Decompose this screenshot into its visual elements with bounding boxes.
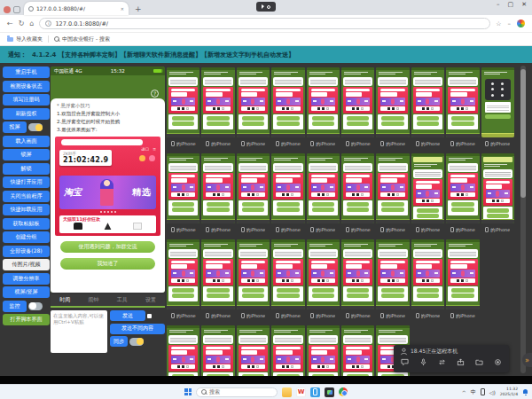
device-cell[interactable]: 的iPhone [411, 153, 444, 239]
sync-button[interactable]: 同步 [110, 336, 128, 347]
overflow-icon[interactable]: – [508, 20, 512, 27]
device-screen[interactable] [446, 239, 479, 309]
send-text-input[interactable] [51, 310, 107, 353]
device-screen[interactable] [237, 67, 270, 137]
sidebar-button-check-device-status[interactable]: 检测设备状态 [3, 81, 50, 92]
bookmark-import-favorites[interactable]: 导入收藏夹 [7, 35, 43, 43]
sidebar-button-screen-cast[interactable]: 投屏 [3, 121, 27, 133]
preview-tab-时间[interactable]: 时间 [59, 296, 70, 304]
sidebar-button-close-current-app[interactable]: 关闭当前程序 [3, 191, 50, 202]
device-cell[interactable]: 的iPhone [307, 153, 340, 239]
device-cell[interactable]: 的iPhone [446, 67, 479, 153]
device-cell[interactable]: 的iPhone [376, 239, 409, 325]
sidebar-button-restart-phone[interactable]: 重启手机 [3, 66, 50, 78]
preview-phone[interactable]: 中国联通 4G 15:32 ? * 悬浮窗小技巧 1.双指捏合悬浮窗能控制大小 … [51, 66, 165, 293]
device-cell[interactable]: 的iPhone [411, 67, 444, 153]
file-explorer-icon[interactable] [282, 387, 292, 397]
device-cell[interactable]: 的iPhone [341, 67, 374, 153]
device-cell[interactable]: 的iPhone [341, 325, 374, 376]
device-cell[interactable]: 的iPhone [237, 239, 270, 325]
sidebar-button-monitor[interactable]: 监控 [3, 301, 27, 312]
device-screen[interactable] [237, 153, 270, 223]
device-screen[interactable] [307, 67, 340, 137]
site-info-icon[interactable]: i [45, 20, 51, 27]
switch-screen-icon[interactable] [438, 358, 446, 366]
device-screen[interactable] [237, 239, 270, 309]
chat-icon[interactable] [401, 358, 409, 366]
window-close-button[interactable]: ✕ [521, 1, 527, 8]
device-cell[interactable]: 的iPhone [201, 325, 234, 376]
device-screen[interactable] [167, 239, 200, 309]
device-screen[interactable] [376, 153, 409, 223]
remote-indicator-pill[interactable] [256, 2, 276, 12]
device-cell[interactable]: 的iPhone [201, 67, 234, 153]
sidebar-button-create-group[interactable]: 创建分组 [3, 231, 50, 243]
grid-scrollbar-thumb[interactable] [520, 69, 526, 198]
home-icon[interactable]: ⌂ [29, 20, 34, 27]
upload-icon[interactable] [457, 358, 465, 366]
grid-scrollbar[interactable] [520, 66, 526, 373]
device-cell[interactable]: 的iPhone [201, 239, 234, 325]
device-cell[interactable]: 的iPhone [167, 67, 200, 153]
device-cell[interactable]: 的iPhone [307, 67, 340, 153]
device-screen[interactable] [201, 153, 234, 223]
device-screen[interactable] [307, 325, 340, 376]
device-cell[interactable]: 的iPhone [271, 153, 304, 239]
sidebar-button-open-script-panel[interactable]: 打开脚本界面 [3, 314, 50, 325]
preview-tab-设置[interactable]: 设置 [145, 296, 156, 304]
device-cell[interactable]: 的iPhone [481, 67, 514, 153]
refresh-icon[interactable]: ↻ [19, 20, 25, 27]
device-cell[interactable]: 的iPhone [271, 239, 304, 325]
favorite-star-icon[interactable]: ☆ [496, 20, 501, 27]
phone-link-icon[interactable] [310, 387, 320, 397]
device-screen[interactable] [376, 67, 409, 137]
sidebar-button-load-frames[interactable]: 载入画面 [3, 136, 50, 147]
sidebar-button-rotate-screen[interactable]: 横屏/竖屏 [3, 286, 50, 298]
device-cell[interactable]: 的iPhone [237, 325, 270, 376]
start-button[interactable] [184, 388, 192, 395]
window-maximize-button[interactable]: ▢ [508, 1, 514, 8]
device-screen[interactable] [481, 67, 514, 137]
tray-chevron-up-icon[interactable]: ^ [462, 389, 466, 395]
device-cell[interactable]: 的iPhone [167, 239, 200, 325]
toolbar-collapse-button[interactable]: » [522, 353, 532, 367]
address-bar[interactable]: i 127.0.0.1:8080/#/ [39, 18, 490, 29]
sidebar-button-send-media[interactable]: 传图片/视频 [3, 259, 50, 270]
device-screen[interactable] [271, 239, 304, 309]
device-cell[interactable]: 的iPhone [341, 239, 374, 325]
sidebar-button-all-devices[interactable]: 全部设备(28) [3, 246, 50, 257]
sidebar-button-lock-screen[interactable]: 锁屏 [3, 149, 50, 160]
device-screen[interactable] [446, 153, 479, 223]
device-screen[interactable] [411, 239, 444, 309]
preview-tab-闹钟[interactable]: 闹钟 [88, 296, 98, 304]
back-icon[interactable]: ← [7, 20, 13, 27]
sync-toggle[interactable] [129, 338, 144, 346]
device-screen[interactable] [271, 325, 304, 376]
device-screen[interactable] [411, 67, 444, 137]
device-screen[interactable] [341, 153, 374, 223]
tray-clock[interactable]: 11:32 2025/1/4 [500, 387, 518, 397]
device-screen[interactable] [271, 67, 304, 137]
device-screen[interactable] [446, 67, 479, 137]
device-screen[interactable] [307, 239, 340, 309]
chrome-icon[interactable] [339, 387, 348, 396]
new-tab-button[interactable]: + [135, 4, 142, 13]
device-screen[interactable] [201, 325, 234, 376]
device-screen[interactable] [481, 153, 514, 223]
taskbar-search[interactable]: 搜索 [196, 387, 278, 397]
window-minimize-button[interactable]: – [497, 1, 500, 8]
screen-cast-toggle[interactable] [28, 123, 43, 131]
device-screen[interactable] [167, 153, 200, 223]
help-icon[interactable]: ? [151, 90, 159, 98]
device-cell[interactable]: 的iPhone [411, 239, 444, 325]
tab-list-icon[interactable] [13, 6, 20, 13]
device-screen[interactable] [341, 239, 374, 309]
browser-profile-mini-icon[interactable] [4, 6, 11, 13]
join-group-button[interactable]: 使用遇到问题，加群交流 [60, 241, 155, 253]
tray-phone-icon[interactable] [481, 388, 485, 395]
device-screen[interactable] [201, 67, 234, 137]
sidebar-button-adjust-resolution[interactable]: 调整分辨率 [3, 273, 50, 285]
send-different-button[interactable]: 发送不同内容 [110, 324, 165, 334]
device-cell[interactable]: 的iPhone [446, 153, 479, 239]
send-checkbox[interactable] [147, 314, 152, 318]
